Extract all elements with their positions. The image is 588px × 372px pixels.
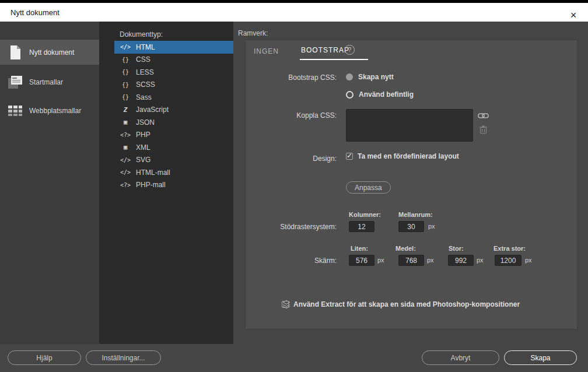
unit-label: px (428, 223, 435, 230)
design-label: Design: (313, 155, 337, 163)
doctype-label: CSS (136, 55, 150, 64)
doctype-label: PHP-mall (136, 181, 166, 189)
document-type-list: Dokumenttyp: </> HTML {} CSS {} LESS {} … (99, 22, 233, 344)
script-icon: Z (120, 106, 131, 114)
screen-label: Skärm: (314, 257, 337, 265)
doctype-label: JavaScript (136, 106, 169, 114)
help-button[interactable]: Hjälp (8, 350, 81, 365)
link-icon[interactable] (478, 113, 489, 119)
braces-icon: {} (120, 82, 131, 88)
doctype-item-html[interactable]: </> HTML (114, 41, 233, 54)
dialog-titlebar: Nytt dokument × (0, 3, 588, 22)
screen-small-input[interactable] (349, 255, 374, 266)
doctype-label: HTML (136, 43, 155, 51)
screen-large-input[interactable] (448, 255, 474, 266)
unit-label: px (477, 257, 484, 264)
sidebar-item-new-document[interactable]: Nytt dokument (0, 40, 99, 65)
framework-panel: INGEN BOOTSTRAP ? Bootstrap CSS: Skapa n… (245, 40, 578, 329)
unit-label: px (377, 257, 384, 264)
checkbox-checked-icon (346, 153, 353, 160)
radio-button-icon (346, 73, 353, 80)
checkbox-unchecked-icon (282, 301, 289, 308)
unit-label: px (427, 257, 434, 264)
doctype-label: HTML-mall (136, 169, 170, 177)
dialog-footer: Hjälp Inställningar... Avbryt Skapa (0, 344, 588, 372)
doctype-item-svg[interactable]: </> SVG (114, 154, 233, 167)
document-type-header: Dokumenttyp: (120, 30, 163, 38)
doctype-item-sass[interactable]: {} Sass (114, 91, 233, 104)
extract-option-label: Använd Extract för att skapa en sida med… (293, 300, 520, 308)
json-icon: ▣ (120, 118, 131, 126)
code-icon: </> (120, 157, 131, 163)
screen-small-label: Liten: (351, 245, 368, 252)
braces-icon: {} (120, 94, 131, 100)
screen-xlarge-input[interactable] (495, 255, 522, 266)
doctype-label: JSON (136, 118, 155, 127)
customize-button[interactable]: Anpassa (346, 181, 391, 194)
radio-use-existing[interactable]: Använd befintlig (346, 90, 414, 99)
doctype-item-javascript[interactable]: Z JavaScript (114, 104, 233, 117)
screen-xlarge-label: Extra stor: (494, 245, 526, 252)
cancel-button[interactable]: Avbryt (422, 350, 499, 365)
gutter-input[interactable] (398, 221, 424, 232)
radio-button-icon (346, 91, 354, 99)
braces-icon: {} (120, 57, 131, 63)
extract-checkbox-row[interactable]: Använd Extract för att skapa en sida med… (282, 300, 520, 308)
design-checkbox-row[interactable]: Ta med en fördefinierad layout (346, 152, 459, 160)
braces-icon: {} (120, 69, 131, 75)
php-icon: <?> (120, 132, 131, 138)
attach-css-label: Koppla CSS: (296, 111, 337, 120)
radio-label: Skapa nytt (358, 73, 394, 81)
doctype-item-html-mall[interactable]: </> HTML-mall (114, 166, 233, 179)
templates-icon (7, 75, 23, 89)
create-button[interactable]: Skapa (504, 350, 577, 365)
sidebar-item-label: Nytt dokument (29, 48, 74, 57)
code-icon: </> (120, 44, 131, 50)
new-document-dialog: Nytt dokument × Nytt dokument Startmalla… (0, 0, 588, 372)
dialog-title: Nytt dokument (10, 8, 60, 17)
document-type-items: </> HTML {} CSS {} LESS {} SCSS {} Sas (99, 41, 233, 191)
sidebar-item-site-templates[interactable]: Webbplatsmallar (0, 98, 99, 123)
sidebar-item-label: Webbplatsmallar (29, 107, 81, 115)
settings-button[interactable]: Inställningar... (86, 350, 161, 365)
radio-create-new[interactable]: Skapa nytt (346, 73, 394, 81)
doctype-label: LESS (136, 68, 154, 76)
doctype-item-xml[interactable]: ▣ XML (114, 141, 233, 154)
sidebar-item-starter-templates[interactable]: Startmallar (0, 69, 99, 94)
document-icon (7, 45, 23, 60)
tab-ingen[interactable]: INGEN (253, 45, 280, 60)
doctype-item-json[interactable]: ▣ JSON (114, 116, 233, 129)
doctype-label: XML (136, 143, 150, 152)
doctype-item-scss[interactable]: {} SCSS (114, 79, 233, 92)
grid-system-label: Stödrastersystem: (280, 223, 337, 231)
screen-large-label: Stor: (449, 245, 464, 252)
framework-header: Ramverk: (238, 29, 268, 37)
unit-label: px (525, 257, 532, 264)
doctype-item-php[interactable]: <?> PHP (114, 129, 233, 142)
gutter-label: Mellanrum: (398, 211, 433, 218)
dialog-body: Nytt dokument Startmallar Webbplatsmalla… (0, 22, 588, 344)
doctype-label: PHP (136, 131, 150, 139)
help-icon[interactable]: ? (345, 45, 355, 55)
columns-input[interactable] (349, 221, 374, 232)
screen-medium-input[interactable] (398, 255, 424, 266)
design-option-label: Ta med en fördefinierad layout (358, 152, 459, 160)
category-sidebar: Nytt dokument Startmallar Webbplatsmalla… (0, 22, 99, 344)
sidebar-item-label: Startmallar (29, 78, 63, 86)
doctype-item-css[interactable]: {} CSS (114, 54, 233, 66)
code-icon: </> (120, 169, 131, 176)
tab-bootstrap[interactable]: BOOTSTRAP (300, 44, 368, 60)
php-icon: <?> (120, 182, 131, 188)
trash-icon[interactable] (480, 125, 487, 134)
doctype-label: SVG (136, 156, 150, 164)
bootstrap-css-label: Bootstrap CSS: (288, 73, 337, 82)
columns-label: Kolumner: (349, 211, 381, 218)
radio-label: Använd befintlig (359, 90, 414, 99)
doctype-label: Sass (136, 93, 152, 101)
attach-css-input[interactable] (346, 109, 473, 142)
screen-medium-label: Medel: (396, 245, 416, 252)
doctype-item-less[interactable]: {} LESS (114, 66, 233, 79)
xml-icon: ▣ (120, 143, 131, 151)
grid-icon (7, 105, 23, 117)
doctype-item-php-mall[interactable]: <?> PHP-mall (114, 179, 233, 192)
